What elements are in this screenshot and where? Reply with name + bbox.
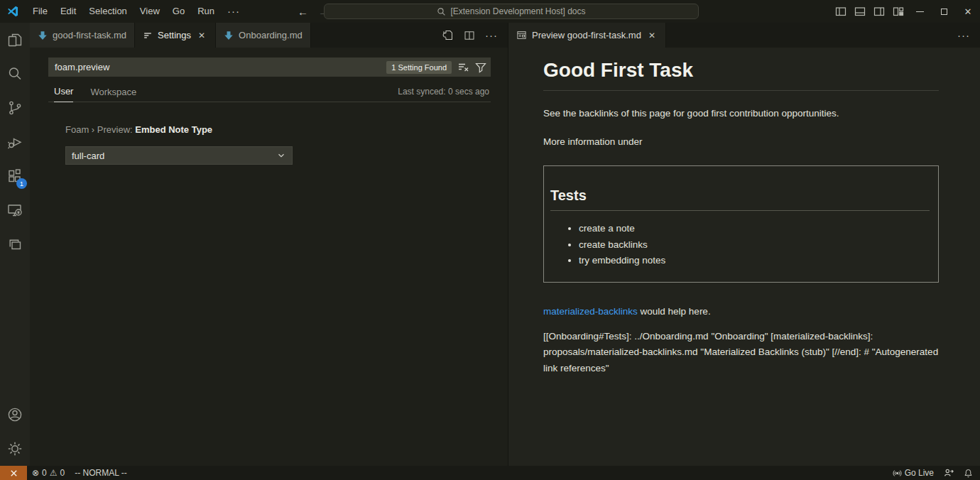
settings-scope-row: User Workspace Last synced: 0 secs ago [48,86,491,102]
settings-gear-icon[interactable] [0,432,30,466]
clear-settings-search-icon[interactable] [457,61,469,73]
scope-tab-user[interactable]: User [54,86,73,102]
toggle-secondary-sidebar-icon[interactable] [869,0,888,23]
list-item: create backlinks [579,237,930,253]
menu-view[interactable]: View [134,0,166,23]
menu-go[interactable]: Go [166,0,191,23]
menu-edit[interactable]: Edit [54,0,82,23]
go-live-label: Go Live [905,468,934,478]
nav-back-icon[interactable]: ← [298,6,308,18]
run-debug-icon[interactable] [0,125,30,159]
remote-icon [9,469,18,478]
tab-close-icon[interactable]: ✕ [196,30,207,41]
titlebar: File Edit Selection View Go Run ··· ← → … [0,0,980,23]
remote-indicator[interactable] [0,466,27,480]
go-live-button[interactable]: Go Live [888,466,939,480]
feedback-person-icon [944,468,954,478]
remote-explorer-icon[interactable] [0,193,30,227]
notifications-button[interactable] [959,466,980,480]
preview-paragraph-1: See the backlinks of this page for good … [543,108,939,119]
open-settings-json-icon[interactable] [442,29,454,41]
source-control-icon[interactable] [0,91,30,125]
vim-mode-indicator[interactable]: -- NORMAL -- [70,466,132,480]
scope-tab-workspace[interactable]: Workspace [90,87,136,102]
embedded-note-card: Tests create a note create backlinks try… [543,165,939,283]
split-editor-icon[interactable] [464,30,475,41]
menu-overflow-icon[interactable]: ··· [221,0,246,23]
window-minimize-button[interactable] [908,0,932,23]
settings-search-value: foam.preview [55,62,386,72]
explorer-icon[interactable] [0,23,30,57]
tab-settings[interactable]: Settings ✕ [135,23,216,48]
markdown-preview-body: Good First Task See the backlinks of thi… [508,48,980,376]
tab-label: Settings [158,30,191,40]
tab-onboarding[interactable]: Onboarding.md [216,23,311,48]
broadcast-icon [893,469,902,478]
activity-bar: 1 [0,23,30,466]
last-synced-label: Last synced: 0 secs ago [398,87,489,97]
editor-group-preview: Preview good-first-task.md ✕ ··· Good Fi… [508,23,980,466]
menu-run[interactable]: Run [191,0,221,23]
settings-tune-icon [143,31,153,40]
window-maximize-button[interactable] [932,0,956,23]
markdown-file-icon [224,31,234,40]
preview-link-line: materialized-backlinks would help here. [543,306,939,317]
status-bar: ⊗ 0 ⚠ 0 -- NORMAL -- Go Live [0,466,980,480]
filter-settings-icon[interactable] [475,62,486,73]
tab-label: good-first-task.md [53,30,126,40]
link-references-text: [[Onboarding#Tests]: ../Onboarding.md "O… [543,329,939,377]
command-center-search[interactable]: [Extension Development Host] docs [324,4,699,19]
extensions-icon[interactable]: 1 [0,159,30,193]
settings-found-badge[interactable]: 1 Setting Found [386,61,452,74]
preview-paragraph-2: More information under [543,136,939,147]
search-icon [437,7,446,16]
settings-search-input[interactable]: foam.preview 1 Setting Found [48,58,491,77]
editor-group-settings: good-first-task.md Settings ✕ Onboarding… [30,23,508,466]
tab-close-icon[interactable]: ✕ [646,30,658,41]
select-value: full-card [72,151,104,161]
command-center-label: [Extension Development Host] docs [450,6,585,16]
search-view-icon[interactable] [0,57,30,91]
error-icon: ⊗ [32,468,39,478]
menu-file[interactable]: File [26,0,54,23]
right-tabbar: Preview good-first-task.md ✕ ··· [508,23,980,48]
feedback-button[interactable] [939,466,959,480]
setting-category: Foam › Preview: [65,124,135,135]
markdown-file-icon [38,31,48,40]
problems-indicator[interactable]: ⊗ 0 ⚠ 0 [27,466,70,480]
more-actions-icon[interactable]: ··· [957,29,970,41]
embed-list: create a note create backlinks try embed… [550,221,930,269]
bell-icon [964,469,973,478]
setting-embed-note-type: Foam › Preview: Embed Note Type full-car… [65,124,491,165]
windows-layers-icon[interactable] [0,227,30,261]
setting-name: Embed Note Type [135,124,212,135]
vscode-logo-icon [6,5,19,18]
embed-title: Tests [550,187,930,211]
tab-label: Preview good-first-task.md [532,30,641,40]
list-item: create a note [579,221,930,237]
menu-selection[interactable]: Selection [82,0,133,23]
left-tabbar: good-first-task.md Settings ✕ Onboarding… [30,23,508,48]
customize-layout-icon[interactable] [888,0,908,23]
tab-good-first-task[interactable]: good-first-task.md [30,23,135,48]
tab-label: Onboarding.md [239,30,303,40]
settings-editor: foam.preview 1 Setting Found User Worksp… [30,48,508,165]
materialized-backlinks-link[interactable]: materialized-backlinks [543,306,638,317]
toggle-panel-icon[interactable] [850,0,869,23]
error-count: 0 [42,468,47,478]
vim-mode-label: -- NORMAL -- [75,468,127,478]
extensions-badge: 1 [16,178,27,189]
preview-heading: Good First Task [543,59,939,91]
warning-icon: ⚠ [50,468,58,478]
more-actions-icon[interactable]: ··· [485,29,498,41]
accounts-icon[interactable] [0,398,30,432]
warning-count: 0 [60,468,65,478]
markdown-preview-icon [516,30,527,40]
list-item: try embedding notes [579,253,930,269]
embed-note-type-select[interactable]: full-card [65,146,293,165]
chevron-down-icon [276,151,286,160]
tab-preview-good-first-task[interactable]: Preview good-first-task.md ✕ [508,23,666,48]
window-close-button[interactable]: ✕ [956,0,980,23]
menu-bar: File Edit Selection View Go Run ··· [26,0,246,23]
toggle-primary-sidebar-icon[interactable] [831,0,850,23]
